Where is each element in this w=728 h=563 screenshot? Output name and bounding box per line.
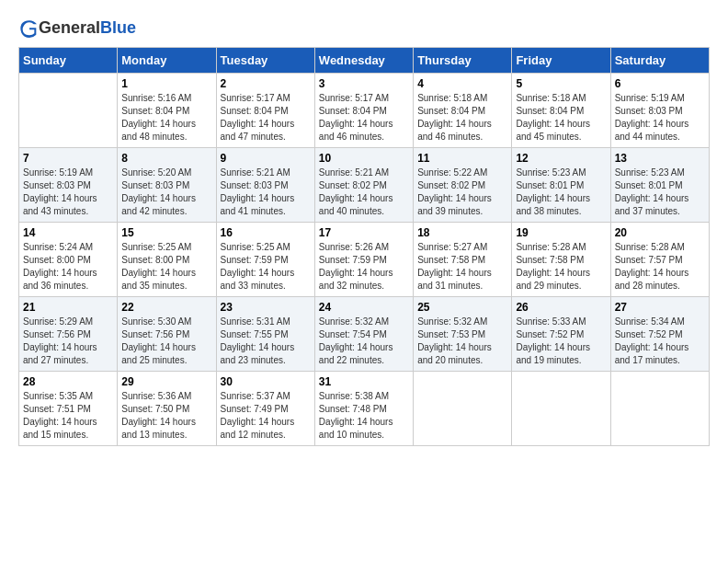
calendar-cell: 12 Sunrise: 5:23 AMSunset: 8:01 PMDaylig… [512,148,610,223]
column-header-saturday: Saturday [610,48,709,74]
calendar-cell: 27 Sunrise: 5:34 AMSunset: 7:52 PMDaylig… [610,297,709,372]
day-number: 7 [23,152,113,165]
calendar-cell: 26 Sunrise: 5:33 AMSunset: 7:52 PMDaylig… [512,297,610,372]
day-number: 29 [121,375,211,388]
day-number: 16 [221,226,311,239]
day-info: Sunrise: 5:16 AMSunset: 8:04 PMDaylight:… [121,92,211,144]
day-number: 12 [516,152,606,165]
calendar-cell: 17 Sunrise: 5:26 AMSunset: 7:59 PMDaylig… [314,223,413,297]
calendar-cell: 20 Sunrise: 5:28 AMSunset: 7:57 PMDaylig… [610,223,709,297]
day-info: Sunrise: 5:29 AMSunset: 7:56 PMDaylight:… [23,316,113,367]
day-number: 15 [121,226,211,239]
calendar-cell [610,372,709,446]
day-number: 3 [319,77,409,90]
calendar-table: SundayMondayTuesdayWednesdayThursdayFrid… [18,47,710,446]
calendar-cell: 18 Sunrise: 5:27 AMSunset: 7:58 PMDaylig… [414,223,512,297]
calendar-cell: 21 Sunrise: 5:29 AMSunset: 7:56 PMDaylig… [19,297,118,372]
calendar-cell: 15 Sunrise: 5:25 AMSunset: 8:00 PMDaylig… [118,223,216,297]
calendar-header-row: SundayMondayTuesdayWednesdayThursdayFrid… [19,48,710,74]
calendar-cell: 23 Sunrise: 5:31 AMSunset: 7:55 PMDaylig… [216,297,314,372]
day-info: Sunrise: 5:32 AMSunset: 7:54 PMDaylight:… [319,316,409,367]
day-info: Sunrise: 5:33 AMSunset: 7:52 PMDaylight:… [516,316,606,367]
day-info: Sunrise: 5:17 AMSunset: 8:04 PMDaylight:… [221,92,311,144]
day-info: Sunrise: 5:25 AMSunset: 7:59 PMDaylight:… [221,241,311,293]
day-info: Sunrise: 5:19 AMSunset: 8:03 PMDaylight:… [23,167,113,218]
day-info: Sunrise: 5:26 AMSunset: 7:59 PMDaylight:… [319,241,409,293]
calendar-cell: 22 Sunrise: 5:30 AMSunset: 7:56 PMDaylig… [118,297,216,372]
day-info: Sunrise: 5:22 AMSunset: 8:02 PMDaylight:… [417,167,507,218]
column-header-sunday: Sunday [19,48,118,74]
calendar-cell: 1 Sunrise: 5:16 AMSunset: 8:04 PMDayligh… [118,74,216,148]
calendar-cell: 10 Sunrise: 5:21 AMSunset: 8:02 PMDaylig… [314,148,413,223]
calendar-cell: 25 Sunrise: 5:32 AMSunset: 7:53 PMDaylig… [414,297,512,372]
calendar-cell: 30 Sunrise: 5:37 AMSunset: 7:49 PMDaylig… [216,372,314,446]
day-number: 10 [319,152,409,165]
calendar-cell [512,372,610,446]
calendar-cell: 3 Sunrise: 5:17 AMSunset: 8:04 PMDayligh… [314,74,413,148]
calendar-week-3: 14 Sunrise: 5:24 AMSunset: 8:00 PMDaylig… [19,223,710,297]
day-number: 24 [319,301,409,314]
day-info: Sunrise: 5:20 AMSunset: 8:03 PMDaylight:… [121,167,211,218]
day-number: 20 [615,226,705,239]
day-number: 25 [417,301,507,314]
day-info: Sunrise: 5:21 AMSunset: 8:02 PMDaylight:… [319,167,409,218]
day-number: 6 [615,77,705,90]
day-info: Sunrise: 5:31 AMSunset: 7:55 PMDaylight:… [221,316,311,367]
day-info: Sunrise: 5:38 AMSunset: 7:48 PMDaylight:… [319,390,409,442]
calendar-cell: 19 Sunrise: 5:28 AMSunset: 7:58 PMDaylig… [512,223,610,297]
day-info: Sunrise: 5:19 AMSunset: 8:03 PMDaylight:… [615,92,705,144]
day-info: Sunrise: 5:25 AMSunset: 8:00 PMDaylight:… [121,241,211,293]
calendar-cell: 16 Sunrise: 5:25 AMSunset: 7:59 PMDaylig… [216,223,314,297]
day-info: Sunrise: 5:27 AMSunset: 7:58 PMDaylight:… [417,241,507,293]
day-info: Sunrise: 5:18 AMSunset: 8:04 PMDaylight:… [417,92,507,144]
column-header-tuesday: Tuesday [216,48,314,74]
day-number: 14 [23,226,113,239]
day-info: Sunrise: 5:28 AMSunset: 7:57 PMDaylight:… [615,241,705,293]
day-info: Sunrise: 5:37 AMSunset: 7:49 PMDaylight:… [221,390,311,442]
day-number: 13 [615,152,705,165]
calendar-cell: 24 Sunrise: 5:32 AMSunset: 7:54 PMDaylig… [314,297,413,372]
column-header-friday: Friday [512,48,610,74]
calendar-cell: 13 Sunrise: 5:23 AMSunset: 8:01 PMDaylig… [610,148,709,223]
calendar-week-4: 21 Sunrise: 5:29 AMSunset: 7:56 PMDaylig… [19,297,710,372]
day-number: 28 [23,375,113,388]
day-info: Sunrise: 5:35 AMSunset: 7:51 PMDaylight:… [23,390,113,442]
day-number: 18 [417,226,507,239]
day-number: 8 [121,152,211,165]
calendar-week-2: 7 Sunrise: 5:19 AMSunset: 8:03 PMDayligh… [19,148,710,223]
day-info: Sunrise: 5:24 AMSunset: 8:00 PMDaylight:… [23,241,113,293]
page-header: GeneralBlue [18,18,710,38]
day-number: 9 [221,152,311,165]
day-info: Sunrise: 5:17 AMSunset: 8:04 PMDaylight:… [319,92,409,144]
calendar-cell: 6 Sunrise: 5:19 AMSunset: 8:03 PMDayligh… [610,74,709,148]
calendar-cell [414,372,512,446]
logo-icon [20,19,39,38]
day-number: 4 [417,77,507,90]
calendar-cell: 31 Sunrise: 5:38 AMSunset: 7:48 PMDaylig… [314,372,413,446]
calendar-cell: 11 Sunrise: 5:22 AMSunset: 8:02 PMDaylig… [414,148,512,223]
day-number: 26 [516,301,606,314]
day-info: Sunrise: 5:36 AMSunset: 7:50 PMDaylight:… [121,390,211,442]
calendar-cell: 5 Sunrise: 5:18 AMSunset: 8:04 PMDayligh… [512,74,610,148]
calendar-cell: 7 Sunrise: 5:19 AMSunset: 8:03 PMDayligh… [19,148,118,223]
calendar-week-1: 1 Sunrise: 5:16 AMSunset: 8:04 PMDayligh… [19,74,710,148]
day-number: 2 [221,77,311,90]
day-number: 1 [121,77,211,90]
day-info: Sunrise: 5:23 AMSunset: 8:01 PMDaylight:… [615,167,705,218]
day-number: 21 [23,301,113,314]
calendar-week-5: 28 Sunrise: 5:35 AMSunset: 7:51 PMDaylig… [19,372,710,446]
day-number: 31 [319,375,409,388]
calendar-cell [19,74,118,148]
column-header-monday: Monday [118,48,216,74]
calendar-cell: 9 Sunrise: 5:21 AMSunset: 8:03 PMDayligh… [216,148,314,223]
calendar-cell: 8 Sunrise: 5:20 AMSunset: 8:03 PMDayligh… [118,148,216,223]
day-number: 27 [615,301,705,314]
calendar-cell: 4 Sunrise: 5:18 AMSunset: 8:04 PMDayligh… [414,74,512,148]
logo-general-text: General [39,18,100,37]
day-number: 30 [221,375,311,388]
column-header-thursday: Thursday [414,48,512,74]
calendar-cell: 14 Sunrise: 5:24 AMSunset: 8:00 PMDaylig… [19,223,118,297]
day-number: 23 [221,301,311,314]
column-header-wednesday: Wednesday [314,48,413,74]
day-number: 5 [516,77,606,90]
